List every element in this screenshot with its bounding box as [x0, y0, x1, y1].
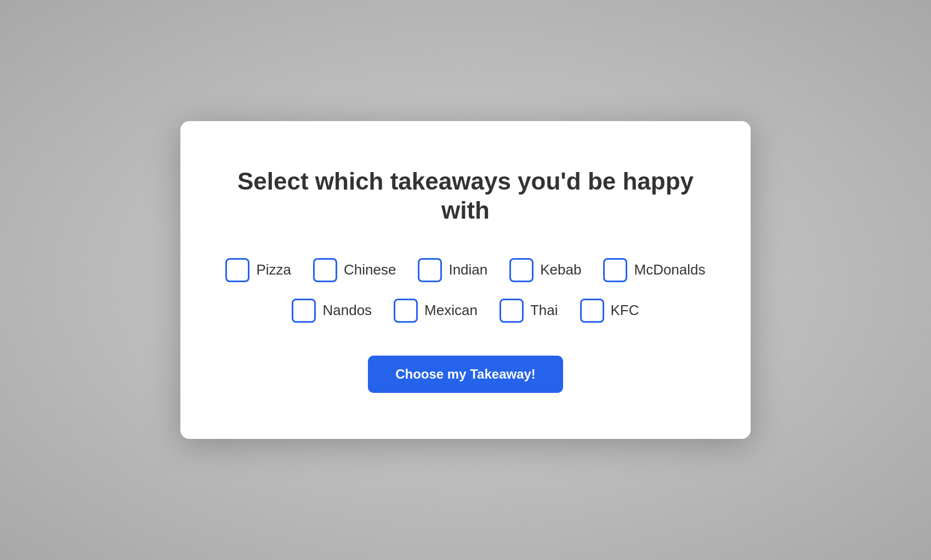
checkbox-item-mcdonalds[interactable]: McDonalds [603, 258, 705, 282]
label-mcdonalds: McDonalds [634, 261, 705, 278]
options-row-1: PizzaChineseIndianKebabMcDonalds [225, 258, 705, 282]
checkbox-item-nandos[interactable]: Nandos [292, 299, 372, 323]
checkbox-indian[interactable] [418, 258, 442, 282]
main-card: Select which takeaways you'd be happy wi… [180, 121, 751, 439]
checkbox-item-chinese[interactable]: Chinese [313, 258, 396, 282]
checkbox-pizza[interactable] [225, 258, 249, 282]
label-thai: Thai [530, 302, 558, 319]
checkbox-item-pizza[interactable]: Pizza [225, 258, 291, 282]
checkbox-item-mexican[interactable]: Mexican [394, 299, 478, 323]
checkbox-kfc[interactable] [580, 299, 604, 323]
label-kebab: Kebab [540, 261, 581, 278]
label-chinese: Chinese [344, 261, 396, 278]
checkbox-mexican[interactable] [394, 299, 418, 323]
choose-button[interactable]: Choose my Takeaway! [368, 356, 563, 393]
label-indian: Indian [449, 261, 487, 278]
checkbox-item-indian[interactable]: Indian [418, 258, 487, 282]
checkbox-chinese[interactable] [313, 258, 337, 282]
checkbox-thai[interactable] [499, 299, 524, 323]
label-mexican: Mexican [424, 302, 478, 319]
label-kfc: KFC [611, 302, 639, 319]
label-nandos: Nandos [322, 302, 372, 319]
checkbox-item-kebab[interactable]: Kebab [509, 258, 581, 282]
checkbox-nandos[interactable] [292, 299, 316, 323]
label-pizza: Pizza [256, 261, 291, 278]
checkbox-kebab[interactable] [509, 258, 533, 282]
checkbox-item-thai[interactable]: Thai [499, 299, 558, 323]
page-title: Select which takeaways you'd be happy wi… [224, 167, 707, 225]
checkbox-mcdonalds[interactable] [603, 258, 627, 282]
options-row-2: NandosMexicanThaiKFC [292, 299, 639, 323]
checkbox-item-kfc[interactable]: KFC [580, 299, 639, 323]
options-container: PizzaChineseIndianKebabMcDonalds NandosM… [224, 258, 707, 323]
